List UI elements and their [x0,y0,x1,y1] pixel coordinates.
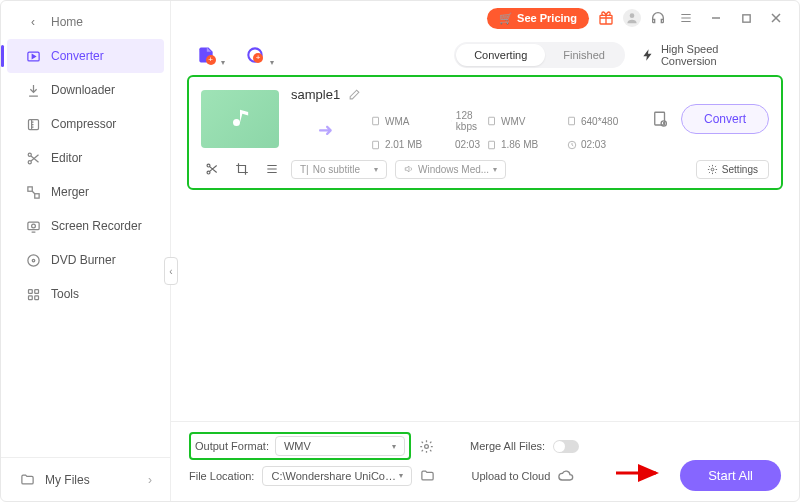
plus-badge-icon: + [206,55,216,65]
compressor-icon [25,116,41,132]
screen-recorder-icon [25,218,41,234]
see-pricing-label: See Pricing [517,12,577,24]
sidebar-item-label: Merger [51,185,89,199]
high-speed-label: High Speed Conversion [661,43,775,67]
start-all-button[interactable]: Start All [680,460,781,491]
sidebar-item-tools[interactable]: Tools [7,277,164,311]
svg-point-10 [31,224,35,228]
see-pricing-button[interactable]: 🛒 See Pricing [487,8,589,29]
sidebar-item-label: Screen Recorder [51,219,142,233]
dst-format: WMV [487,110,557,132]
chevron-down-icon: ▾ [399,471,403,480]
sidebar-item-label: DVD Burner [51,253,116,267]
settings-label: Settings [722,164,758,175]
svg-point-6 [28,160,31,163]
avatar-icon[interactable] [623,9,641,27]
tab-converting[interactable]: Converting [456,44,545,66]
settings-button[interactable]: Settings [696,160,769,179]
chevron-down-icon: ▾ [270,58,274,67]
gift-icon[interactable] [597,9,615,27]
audio-icon [404,164,414,174]
svg-rect-7 [27,186,31,190]
upload-cloud-label: Upload to Cloud [471,470,550,482]
svg-point-31 [425,444,429,448]
download-icon [25,82,41,98]
subtitle-dropdown[interactable]: T| No subtitle ▾ [291,160,387,179]
cloud-icon[interactable] [558,468,574,484]
myfiles-button[interactable]: My Files › [1,457,170,501]
sidebar-item-downloader[interactable]: Downloader [7,73,164,107]
status-tabs: Converting Finished [454,42,625,68]
sidebar-item-label: Downloader [51,83,115,97]
disc-icon [25,252,41,268]
annotation-arrow [614,463,664,483]
menu-icon[interactable] [675,7,697,29]
converter-icon [25,48,41,64]
format-settings-icon[interactable] [419,439,434,454]
add-url-button[interactable]: + ▾ [244,44,266,66]
svg-rect-24 [489,141,495,149]
merge-label: Merge All Files: [470,440,545,452]
headset-icon[interactable] [649,9,667,27]
tools-icon [25,286,41,302]
myfiles-label: My Files [45,473,90,487]
src-size: 2.01 MB [371,139,441,150]
svg-rect-9 [27,222,38,230]
merger-icon [25,184,41,200]
src-bitrate: 128 kbps [451,110,477,132]
sidebar-item-screen-recorder[interactable]: Screen Recorder [7,209,164,243]
svg-rect-21 [569,117,575,125]
svg-rect-13 [28,289,32,293]
output-preset-icon[interactable] [649,108,671,130]
maximize-button[interactable] [735,7,757,29]
svg-point-29 [207,171,210,174]
chevron-right-icon: › [148,473,152,487]
file-location-dropdown[interactable]: C:\Wondershare UniConverter ▾ [262,466,412,486]
high-speed-conversion[interactable]: High Speed Conversion [641,43,775,67]
tab-finished[interactable]: Finished [545,44,623,66]
svg-point-11 [27,254,38,265]
folder-icon [19,472,35,488]
minimize-button[interactable] [705,7,727,29]
open-folder-icon[interactable] [420,468,435,483]
edit-name-icon[interactable] [348,88,361,101]
arrow-icon: ➜ [291,110,361,150]
sidebar-item-converter[interactable]: Converter [7,39,164,73]
svg-point-5 [28,153,31,156]
add-file-button[interactable]: + ▾ [195,44,217,66]
crop-icon[interactable] [231,158,253,180]
dst-size: 1.86 MB [487,139,557,150]
svg-rect-15 [28,295,32,299]
sidebar: ‹ Home Converter Downloader Compressor E… [1,1,171,501]
sidebar-item-dvd-burner[interactable]: DVD Burner [7,243,164,277]
chevron-down-icon: ▾ [392,442,396,451]
chevron-down-icon: ▾ [374,165,378,174]
trim-icon[interactable] [201,158,223,180]
src-duration: 02:03 [451,139,477,150]
close-button[interactable] [765,7,787,29]
dst-resolution: 640*480 [567,110,637,132]
output-format-value: WMV [284,440,311,452]
home-label: Home [51,15,83,29]
svg-rect-2 [742,14,749,21]
sidebar-item-label: Converter [51,49,104,63]
output-format-label: Output Format: [195,440,269,452]
effects-icon[interactable] [261,158,283,180]
output-format-dropdown[interactable]: WMV ▾ [275,436,405,456]
audio-dropdown[interactable]: Windows Med... ▾ [395,160,506,179]
cart-icon: 🛒 [499,12,513,25]
file-card: sample1 WMA 128 kbps ➜ WMV 640*480 2.01 … [187,75,783,190]
merge-toggle[interactable] [553,440,579,453]
sidebar-item-compressor[interactable]: Compressor [7,107,164,141]
scissors-icon [25,150,41,166]
home-back-button[interactable]: ‹ Home [7,5,164,39]
dst-duration: 02:03 [567,139,637,150]
chevron-down-icon: ▾ [493,165,497,174]
convert-button[interactable]: Convert [681,104,769,134]
file-location-label: File Location: [189,470,254,482]
file-thumbnail[interactable] [201,90,279,148]
sidebar-item-merger[interactable]: Merger [7,175,164,209]
sidebar-item-editor[interactable]: Editor [7,141,164,175]
sidebar-item-label: Tools [51,287,79,301]
audio-value: Windows Med... [418,164,489,175]
